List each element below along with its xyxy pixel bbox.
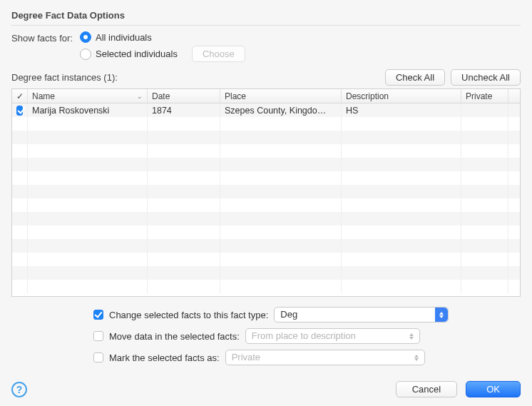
cell	[28, 171, 148, 185]
cell	[148, 212, 220, 225]
table-row	[12, 239, 520, 253]
col-place[interactable]: Place	[220, 89, 342, 103]
cell	[148, 158, 220, 171]
cell	[342, 185, 461, 198]
cell	[12, 185, 28, 198]
cell	[461, 266, 508, 280]
radio-all-individuals[interactable]	[80, 31, 91, 43]
cell	[342, 266, 461, 280]
select-mark-as[interactable]: Private	[225, 350, 425, 365]
help-button[interactable]: ?	[11, 382, 27, 397]
cell	[220, 198, 342, 212]
cell	[28, 158, 148, 171]
radio-selected-individuals[interactable]	[80, 49, 91, 60]
label-mark-as: Mark the selected facts as:	[109, 352, 220, 363]
cell	[148, 280, 220, 293]
facts-table: ✓ Name⌄ Date Place Description Private M…	[11, 88, 521, 297]
table-row[interactable]: Marija Roskovenski1874Szepes County, Kin…	[12, 103, 520, 117]
cell	[508, 198, 520, 212]
cell	[148, 131, 220, 144]
cell	[508, 185, 520, 198]
cell	[148, 185, 220, 198]
table-row	[12, 253, 520, 266]
table-row	[12, 158, 520, 171]
cell	[461, 103, 508, 117]
cell	[220, 253, 342, 266]
cell	[12, 280, 28, 293]
col-check[interactable]: ✓	[12, 89, 28, 103]
cell	[461, 144, 508, 158]
updown-icon	[407, 329, 416, 343]
select-fact-type-value: Deg	[280, 309, 297, 320]
cell	[28, 144, 148, 158]
cell	[12, 144, 28, 158]
cell: Szepes County, Kingdo…	[220, 103, 342, 117]
cell: HS	[342, 103, 461, 117]
select-mark-as-value: Private	[232, 352, 260, 362]
cell	[220, 212, 342, 225]
dialog-title: Degree Fact Data Options	[11, 10, 521, 26]
cell	[220, 185, 342, 198]
cell	[508, 144, 520, 158]
cell	[28, 131, 148, 144]
col-end	[508, 89, 520, 103]
updown-icon	[412, 350, 421, 365]
check-all-button[interactable]: Check All	[385, 69, 445, 86]
cell	[148, 144, 220, 158]
cell	[148, 239, 220, 253]
cell	[342, 144, 461, 158]
cell	[220, 158, 342, 171]
choose-button: Choose	[192, 46, 245, 62]
col-date[interactable]: Date	[148, 89, 220, 103]
cell	[220, 144, 342, 158]
cell	[508, 212, 520, 225]
row-check[interactable]	[16, 106, 23, 116]
cell	[148, 253, 220, 266]
cell	[508, 131, 520, 144]
cell	[461, 131, 508, 144]
table-row	[12, 185, 520, 198]
cell	[461, 198, 508, 212]
cell	[12, 103, 28, 117]
cell	[220, 131, 342, 144]
uncheck-all-button[interactable]: Uncheck All	[451, 69, 521, 86]
col-name[interactable]: Name⌄	[28, 89, 148, 103]
check-mark-as[interactable]	[93, 352, 103, 362]
cell	[342, 239, 461, 253]
cell	[508, 239, 520, 253]
cell	[28, 185, 148, 198]
select-move-data[interactable]: From place to description	[245, 328, 420, 344]
cell	[342, 280, 461, 293]
cell	[342, 171, 461, 185]
cell	[508, 103, 520, 117]
cell	[28, 212, 148, 225]
check-change-fact-type[interactable]	[93, 310, 103, 320]
cell	[220, 225, 342, 239]
cell	[220, 280, 342, 293]
table-row	[12, 266, 520, 280]
cell	[12, 239, 28, 253]
cell	[12, 266, 28, 280]
check-move-data[interactable]	[93, 331, 103, 341]
ok-button[interactable]: OK	[466, 381, 521, 397]
cell	[28, 280, 148, 293]
cell	[12, 171, 28, 185]
label-move-data: Move data in the selected facts:	[109, 331, 240, 342]
cell	[28, 239, 148, 253]
select-move-data-value: From place to description	[252, 330, 356, 341]
cell	[508, 225, 520, 239]
cancel-button[interactable]: Cancel	[396, 381, 457, 397]
table-row	[12, 171, 520, 185]
select-fact-type[interactable]: Deg	[274, 307, 449, 323]
cell: Marija Roskovenski	[28, 103, 148, 117]
table-row	[12, 144, 520, 158]
col-description[interactable]: Description	[342, 89, 461, 103]
cell	[461, 185, 508, 198]
cell	[12, 158, 28, 171]
col-private[interactable]: Private	[461, 89, 508, 103]
instances-label: Degree fact instances (1):	[11, 72, 118, 83]
table-row	[12, 117, 520, 131]
cell	[12, 253, 28, 266]
cell	[12, 131, 28, 144]
cell	[12, 117, 28, 131]
